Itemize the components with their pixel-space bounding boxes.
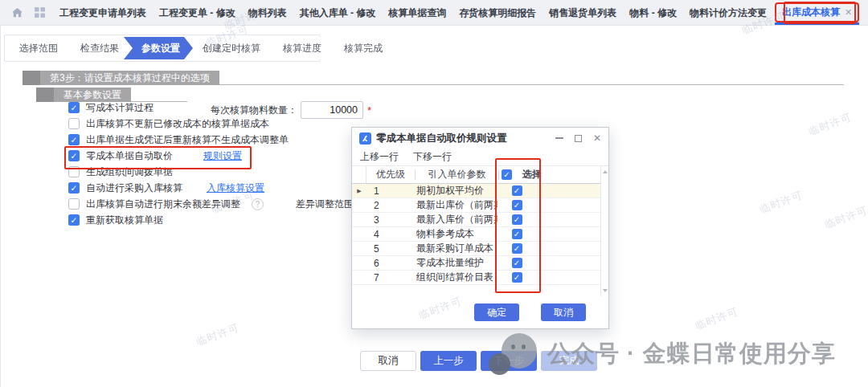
basic-params-options: 写成本计算过程 出库核算不更新已修改成本的核算单据成本 出库单据生成凭证后重新核… [68,100,395,228]
tab-item[interactable]: 工程变更申请单列表 [53,0,153,26]
banner-cap [23,71,40,85]
range-label: 差异调整范围 [296,198,354,211]
help-icon[interactable]: ? [252,198,264,210]
tab-item-active-annotated: 出库成本核算 ✕ [775,2,859,22]
current-row-marker-icon: ▶ [352,184,366,198]
tab-item[interactable]: 工程变更单 - 修改 [153,0,242,26]
checkbox-period-end-balance-adjust[interactable] [68,198,80,210]
tab-item[interactable]: 物料列表 [242,0,293,26]
wizard-prev-button[interactable]: 上一步 [420,351,477,371]
scrollbar[interactable] [600,166,608,296]
row-select-checkbox[interactable] [512,200,522,210]
checkbox-no-adjust-after-voucher[interactable] [68,134,80,145]
dialog-title: 零成本单据自动取价规则设置 [376,132,555,145]
option-label: 零成本单据自动取价 [86,149,173,163]
step-check-result[interactable]: 检查结果 [63,37,132,59]
table-row[interactable]: 3 最新入库价（前两期） [352,213,600,227]
license-watermark: 临时许可 [823,203,868,232]
dialog-titlebar[interactable]: 零成本单据自动取价规则设置 ✕ [352,128,608,149]
row-select-checkbox[interactable] [512,214,522,225]
step-progress[interactable]: 核算进度 [265,37,334,59]
dialog-ok-button[interactable]: 确定 [474,303,519,321]
minimize-icon[interactable] [555,137,563,139]
tab-item-partial[interactable]: 存 [861,0,868,26]
step-parameter-settings[interactable]: 参数设置 [124,37,193,59]
step-complete[interactable]: 核算完成 [326,37,395,59]
row-select-checkbox[interactable] [512,243,522,254]
maximize-icon[interactable] [575,135,582,142]
step-select-scope[interactable]: 选择范围 [6,37,71,59]
tab-item[interactable]: 存货核算明细报告 [452,0,542,26]
checkbox-refetch-accounting-docs[interactable] [68,214,80,226]
rule-settings-link[interactable]: 规则设置 [203,149,242,163]
row-marker-cell [352,242,366,255]
step-banner-text: 第3步：请设置成本核算过程中的选项 [40,71,219,85]
option-label: 出库核算自动进行期末余额差异调整 [86,198,240,211]
option-row: 自动进行采购入库核算 入库核算设置 [68,180,395,196]
table-row[interactable]: 7 组织间结算价目表（不支 [352,271,600,285]
tab-close-icon[interactable]: ✕ [845,7,852,18]
inbound-accounting-settings-link[interactable]: 入库核算设置 [207,181,264,195]
priority-cell: 7 [366,272,415,283]
checkbox-no-update-modified-cost[interactable] [68,118,80,129]
home-icon[interactable] [11,5,23,21]
table-row[interactable]: 6 零成本批量维护 [352,256,600,271]
app-window: 工程变更申请单列表 工程变更单 - 修改 物料列表 其他入库单 - 修改 核算单… [0,0,868,387]
option-label: 写成本计算过程 [86,101,154,115]
table-row[interactable]: 5 最新采购订单成本 [352,242,600,256]
batch-quantity-field: 每次核算物料数量： * [211,101,371,119]
app-logo-icon [359,132,371,145]
row-marker-column [352,166,366,183]
move-up-button[interactable]: 上移一行 [360,150,399,164]
priority-cell: 5 [366,243,415,255]
row-select-checkbox[interactable] [512,258,522,268]
option-label: 重新获取核算单据 [86,214,163,227]
checkbox-generate-transfer-doc[interactable] [68,166,80,177]
param-column-header: 引入单价参数 [416,168,498,181]
row-select-checkbox[interactable] [512,272,522,283]
table-row[interactable]: 4 物料参考成本 [352,227,600,242]
license-watermark: 临时许可 [694,304,741,333]
tab-list: 工程变更申请单列表 工程变更单 - 修改 物料列表 其他入库单 - 修改 核算单… [53,0,868,26]
checkbox-zero-cost-auto-pricing[interactable] [68,150,80,161]
grid-menu-icon[interactable] [35,5,45,21]
checkbox-auto-inbound-accounting[interactable] [68,182,80,194]
priority-column-header: 优先级 [366,168,415,181]
tab-item[interactable]: 销售退货单列表 [542,0,623,26]
table-row[interactable]: ▶ 1 期初加权平均价 [352,184,600,198]
move-down-button[interactable]: 下移一行 [413,150,452,164]
table-row[interactable]: 2 最新出库价（前两期） [352,198,600,213]
batch-quantity-input[interactable] [301,101,363,119]
select-column-header: 选择 [499,168,544,181]
option-label: 生成组织间调拨单据 [86,165,173,179]
batch-quantity-label: 每次核算物料数量： [211,104,297,117]
tab-item-active[interactable]: 出库成本核算 ✕ [775,2,859,22]
tab-item[interactable]: 物料计价方法变更 [683,0,773,26]
param-cell: 最新采购订单成本 [415,242,497,255]
dialog-cancel-button[interactable]: 取消 [541,303,586,321]
param-cell: 组织间结算价目表（不支 [415,271,497,284]
license-watermark: 临时许可 [194,320,242,349]
tab-label: 出库成本核算 [782,6,840,19]
tab-item[interactable]: 物料 - 修改 [623,0,683,26]
scroll-up-icon[interactable] [603,170,608,173]
wizard-next-button[interactable]: 下一步 [481,351,537,371]
tab-bar: 工程变更申请单列表 工程变更单 - 修改 物料列表 其他入库单 - 修改 核算单… [0,0,868,26]
option-row-zero-cost-pricing: 零成本单据自动取价 规则设置 [68,148,395,164]
row-select-checkbox[interactable] [512,229,522,239]
row-marker-cell [352,198,366,212]
window-left-border [0,26,1,387]
row-marker-cell [352,271,366,284]
step-create-scheduled[interactable]: 创建定时核算 [185,37,273,59]
select-all-checkbox[interactable] [502,169,512,180]
scroll-down-icon[interactable] [603,289,608,292]
row-select-checkbox[interactable] [512,185,522,196]
tab-item[interactable]: 核算单据查询 [382,0,452,26]
close-icon[interactable]: ✕ [593,133,601,143]
wizard-cancel-button[interactable]: 取消 [360,351,416,371]
option-label: 出库单据生成凭证后重新核算不生成成本调整单 [86,133,289,147]
row-marker-cell [352,213,366,226]
checkbox-write-cost-process[interactable] [68,102,80,113]
dialog-toolbar: 上移一行 下移一行 [352,149,608,166]
tab-item[interactable]: 其他入库单 - 修改 [293,0,383,26]
